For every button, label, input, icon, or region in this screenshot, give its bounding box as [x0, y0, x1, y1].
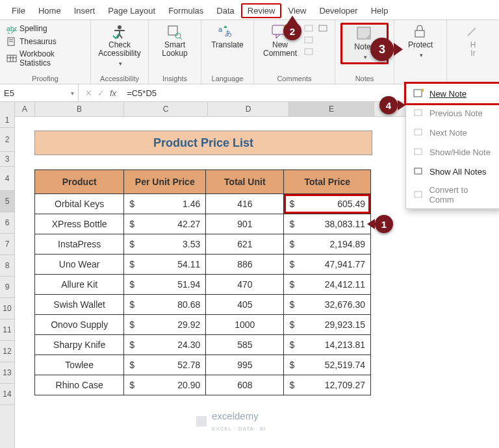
menu-next-note: Next Note [406, 123, 499, 142]
tab-help[interactable]: Help [365, 3, 395, 18]
smart-lookup-button[interactable]: Smart Lookup [154, 23, 196, 58]
cell-product[interactable]: Allure Kit [35, 275, 124, 295]
cell-total-unit[interactable]: 886 [206, 255, 284, 275]
menu-showall-notes[interactable]: Show All Notes [406, 162, 499, 181]
header-total-unit[interactable]: Total Unit [206, 170, 284, 194]
col-D[interactable]: D [208, 102, 289, 116]
watermark-sub: EXCEL · DATA · BI [212, 426, 266, 432]
col-C[interactable]: C [124, 102, 208, 116]
tab-formulas[interactable]: Formulas [162, 3, 210, 18]
tab-file[interactable]: File [5, 3, 32, 18]
enter-icon[interactable]: ✓ [97, 88, 105, 98]
cell-total-unit[interactable]: 621 [206, 234, 284, 255]
cell-total-price[interactable]: $29,923.15 [284, 315, 371, 335]
row-1[interactable]: 1 [0, 113, 14, 128]
table-row: XPress Bottle$42.27901$38,083.11 [35, 214, 371, 234]
row-5[interactable]: 5 [0, 191, 14, 212]
cell-total-unit[interactable]: 608 [206, 375, 284, 395]
cell-per-unit[interactable]: $54.11 [124, 255, 206, 275]
cell-product[interactable]: Orbital Keys [35, 194, 124, 214]
tab-data[interactable]: Data [210, 3, 240, 18]
cell-total-price[interactable]: $24,412.11 [284, 275, 371, 295]
cell-total-price[interactable]: $2,194.89 [284, 234, 371, 255]
row-4[interactable]: 4 [0, 167, 14, 191]
cell-product[interactable]: Rhino Case [35, 375, 124, 395]
row-9[interactable]: 9 [0, 277, 14, 298]
tab-review[interactable]: Review [241, 3, 282, 18]
stats-label: Workbook Statistics [19, 49, 84, 68]
protect-button[interactable]: Protect [400, 23, 441, 59]
cell-product[interactable]: Towlee [35, 355, 124, 375]
cell-total-price[interactable]: $32,676.30 [284, 295, 371, 315]
delete-comment-icon[interactable] [303, 24, 314, 34]
translate-button[interactable]: aあ Translate [207, 23, 248, 49]
cell-total-price[interactable]: $14,213.81 [284, 335, 371, 355]
menu-new-note[interactable]: ✦ New Note [406, 84, 499, 103]
row-11[interactable]: 11 [0, 319, 14, 341]
row-7[interactable]: 7 [0, 234, 14, 255]
tab-developer[interactable]: Developer [313, 3, 364, 18]
col-E[interactable]: E [289, 102, 374, 116]
cells[interactable]: Product Price List Product Per Unit Pric… [15, 116, 372, 395]
cell-per-unit[interactable]: $3.53 [124, 234, 206, 255]
cell-total-unit[interactable]: 416 [206, 194, 284, 214]
row-6[interactable]: 6 [0, 212, 14, 234]
col-B[interactable]: B [35, 102, 124, 116]
cell-per-unit[interactable]: $1.46 [124, 194, 206, 214]
row-8[interactable]: 8 [0, 255, 14, 277]
svg-text:a: a [218, 25, 223, 33]
cell-product[interactable]: Uno Wear [35, 255, 124, 275]
tab-page-layout[interactable]: Page Layout [101, 3, 162, 18]
cell-total-price[interactable]: $38,083.11 [284, 214, 371, 234]
row-13[interactable]: 13 [0, 362, 14, 384]
fx-icon[interactable]: fx [110, 88, 116, 98]
cell-per-unit[interactable]: $24.30 [124, 335, 206, 355]
cell-total-price[interactable]: $605.49 [284, 194, 371, 214]
prev-comment-icon[interactable] [303, 36, 314, 46]
title-cell[interactable]: Product Price List [34, 131, 372, 155]
spelling-button[interactable]: abc Spelling [5, 23, 85, 34]
cell-total-unit[interactable]: 405 [206, 295, 284, 315]
cell-per-unit[interactable]: $51.94 [124, 275, 206, 295]
cell-product[interactable]: XPress Bottle [35, 214, 124, 234]
cell-total-price[interactable]: $47,941.77 [284, 255, 371, 275]
cell-per-unit[interactable]: $42.27 [124, 214, 206, 234]
table-row: Allure Kit$51.94470$24,412.11 [35, 275, 371, 295]
cell-total-unit[interactable]: 470 [206, 275, 284, 295]
cell-total-unit[interactable]: 1000 [206, 315, 284, 335]
overflow-button[interactable]: HIr [452, 23, 494, 58]
workbook-stats-button[interactable]: Workbook Statistics [5, 49, 85, 68]
name-box[interactable]: E5 [0, 84, 79, 101]
col-A[interactable]: A [15, 102, 35, 116]
cell-total-unit[interactable]: 995 [206, 355, 284, 375]
thesaurus-button[interactable]: Thesaurus [5, 36, 85, 47]
header-per-unit[interactable]: Per Unit Price [124, 170, 206, 194]
tab-insert[interactable]: Insert [68, 3, 102, 18]
group-label-insights: Insights [154, 74, 196, 82]
cell-total-unit[interactable]: 585 [206, 335, 284, 355]
cell-product[interactable]: Swish Wallet [35, 295, 124, 315]
cell-per-unit[interactable]: $52.78 [124, 355, 206, 375]
cancel-icon[interactable]: ✕ [85, 88, 92, 98]
thesaurus-icon [6, 36, 17, 47]
row-2[interactable]: 2 [0, 128, 14, 152]
cell-product[interactable]: InstaPress [35, 234, 124, 255]
row-10[interactable]: 10 [0, 298, 14, 319]
header-product[interactable]: Product [35, 170, 124, 194]
row-12[interactable]: 12 [0, 341, 14, 362]
next-comment-icon[interactable] [303, 47, 314, 58]
cell-total-unit[interactable]: 901 [206, 214, 284, 234]
cell-total-price[interactable]: $12,709.27 [284, 375, 371, 395]
show-comments-icon[interactable] [318, 24, 328, 34]
tab-home[interactable]: Home [32, 3, 68, 18]
row-14[interactable]: 14 [0, 384, 14, 405]
row-3[interactable]: 3 [0, 152, 14, 167]
cell-product[interactable]: Onovo Supply [35, 315, 124, 335]
header-total-price[interactable]: Total Price [284, 170, 371, 194]
cell-per-unit[interactable]: $20.90 [124, 375, 206, 395]
cell-product[interactable]: Sharpy Knife [35, 335, 124, 355]
cell-total-price[interactable]: $52,519.74 [284, 355, 371, 375]
check-accessibility-button[interactable]: Check Accessibility [96, 23, 143, 68]
cell-per-unit[interactable]: $80.68 [124, 295, 206, 315]
cell-per-unit[interactable]: $29.92 [124, 315, 206, 335]
